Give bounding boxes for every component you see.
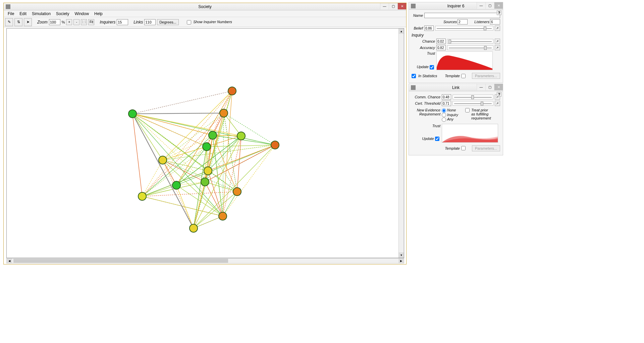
maximize-button[interactable]: ▢ [389, 3, 397, 9]
panel-minimize-button[interactable]: — [477, 2, 485, 9]
accuracy-edit-button[interactable]: ↗ [495, 45, 500, 50]
belief-edit-button[interactable]: ↗ [495, 26, 500, 31]
link-titlebar[interactable]: Link — ▢ ✕ [409, 84, 503, 91]
belief-value[interactable] [424, 26, 434, 31]
vertical-scrollbar[interactable]: ▲ ▼ [398, 29, 404, 258]
menu-society[interactable]: Society [53, 11, 72, 17]
scroll-down-icon[interactable]: ▼ [399, 252, 404, 258]
svg-point-125 [271, 141, 279, 149]
link-parameters-button[interactable]: Parameters... [472, 145, 500, 151]
show-numbers-label[interactable]: Show Inquirer Numbers [187, 19, 232, 24]
degrees-button[interactable]: Degrees... [157, 19, 179, 25]
update-checkbox[interactable] [430, 65, 434, 69]
accuracy-slider[interactable] [447, 45, 493, 50]
svg-point-131 [233, 188, 241, 196]
menu-file[interactable]: File [5, 11, 17, 17]
name-input[interactable] [424, 13, 500, 18]
update-label: Update [417, 65, 428, 69]
panel-minimize-button[interactable]: — [477, 84, 485, 90]
tool-pointer-icon[interactable]: ✎ [5, 18, 13, 26]
chance-value[interactable] [436, 39, 446, 44]
trust-graph [436, 51, 493, 70]
zoom-pct: % [62, 20, 65, 24]
horizontal-scrollbar[interactable]: ◀ ▶ [6, 258, 404, 263]
panel-maximize-button[interactable]: ▢ [485, 2, 494, 9]
template-checkbox[interactable] [461, 74, 466, 78]
link-trust-label: Trust [412, 124, 440, 128]
sources-input[interactable] [458, 19, 468, 24]
chance-slider[interactable] [447, 39, 493, 44]
zoom-in-button[interactable]: + [66, 19, 72, 25]
link-template-label: Template [445, 146, 460, 150]
svg-line-115 [194, 192, 237, 228]
svg-point-123 [209, 131, 217, 139]
network-graph[interactable] [7, 29, 399, 257]
cert-threshold-slider[interactable] [452, 101, 493, 106]
treat-prior-checkbox[interactable] [465, 108, 470, 112]
svg-point-122 [220, 109, 228, 117]
scroll-left-icon[interactable]: ◀ [7, 258, 12, 263]
zoom-label: Zoom [37, 20, 48, 24]
zoom-fit-button[interactable]: Fit [88, 19, 94, 25]
comm-chance-slider[interactable] [452, 95, 493, 99]
in-stats-checkbox[interactable] [412, 74, 416, 78]
link-template-checkbox[interactable] [461, 146, 466, 150]
tool-link-icon[interactable]: ⇅ [14, 18, 22, 26]
template-label: Template [445, 74, 460, 78]
trust-label: Trust [412, 51, 435, 55]
belief-label: Belief [412, 26, 423, 30]
scroll-thumb[interactable] [13, 259, 228, 263]
menubar: File Edit Simulation Society Window Help [4, 10, 406, 17]
link-title: Link [452, 85, 460, 90]
panel-icon [411, 4, 416, 8]
svg-line-6 [132, 114, 275, 145]
listeners-input[interactable] [490, 19, 500, 24]
zoom-out-button[interactable]: - [73, 19, 79, 25]
panel-icon [411, 85, 416, 90]
panel-close-button[interactable]: ✕ [494, 2, 503, 9]
menu-help[interactable]: Help [92, 11, 105, 17]
scroll-up-icon[interactable]: ▲ [399, 29, 404, 34]
cert-threshold-value[interactable] [442, 101, 451, 106]
society-window: Society — ▢ ✕ File Edit Simulation Socie… [3, 3, 407, 264]
menu-window[interactable]: Window [72, 11, 92, 17]
society-titlebar[interactable]: Society — ▢ ✕ [4, 3, 406, 10]
new-evidence-label2: Requirement [412, 112, 440, 116]
link-update-checkbox[interactable] [435, 137, 439, 141]
evidence-none-radio[interactable] [442, 108, 446, 113]
panel-maximize-button[interactable]: ▢ [485, 84, 494, 90]
close-button[interactable]: ✕ [397, 3, 406, 9]
side-panels: Inquirer 6 — ▢ ✕ ? Name Sources Listener… [409, 2, 503, 156]
comm-chance-value[interactable] [442, 94, 451, 100]
cert-threshold-edit-button[interactable]: ↗ [495, 101, 500, 106]
svg-line-89 [205, 182, 237, 192]
belief-slider[interactable] [435, 26, 493, 31]
zoom-input[interactable] [49, 19, 60, 25]
show-numbers-checkbox[interactable] [187, 20, 191, 24]
help-button[interactable]: ? [497, 10, 501, 15]
parameters-button[interactable]: Parameters... [472, 73, 500, 79]
panel-close-button[interactable]: ✕ [494, 84, 503, 90]
evidence-any-radio[interactable] [442, 117, 446, 122]
svg-point-127 [159, 156, 167, 164]
evidence-inquiry-radio[interactable] [442, 113, 446, 117]
menu-edit[interactable]: Edit [17, 11, 29, 17]
inquirers-label: Inquirers [100, 20, 115, 24]
svg-line-117 [132, 113, 224, 114]
inquirer-titlebar[interactable]: Inquirer 6 — ▢ ✕ [409, 2, 503, 10]
help-button[interactable]: ? [497, 92, 501, 97]
chance-edit-button[interactable]: ↗ [495, 39, 500, 44]
accuracy-value[interactable] [436, 45, 446, 50]
inquirers-input[interactable] [117, 19, 128, 25]
tool-select-icon[interactable]: ➤ [24, 18, 32, 26]
menu-simulation[interactable]: Simulation [29, 11, 53, 17]
zoom-1to1-button[interactable]: 1:1 [81, 19, 87, 25]
minimize-button[interactable]: — [380, 3, 389, 9]
scroll-right-icon[interactable]: ▶ [398, 258, 404, 263]
window-controls: — ▢ ✕ [380, 3, 406, 9]
network-canvas[interactable]: ▲ ▼ [6, 28, 404, 258]
sources-label: Sources [443, 20, 457, 24]
svg-point-129 [201, 178, 209, 186]
svg-line-57 [163, 160, 205, 182]
links-input[interactable] [144, 19, 156, 25]
